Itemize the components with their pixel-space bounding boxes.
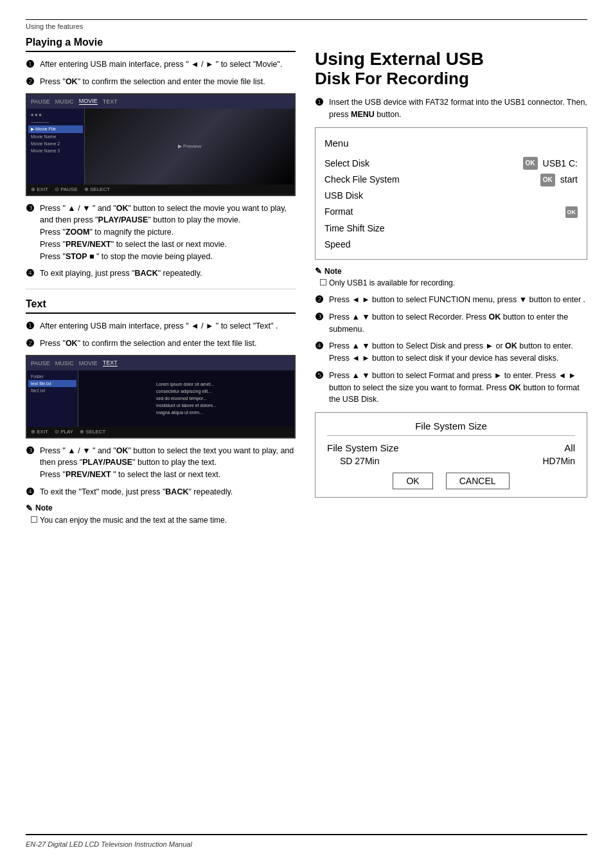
screenshot-main-area: ▶ Preview [85, 109, 294, 185]
usb-note-checkbox-1 [320, 279, 326, 285]
text-note-title: ✎ Note [26, 503, 296, 513]
step-usb-1-num: ❶ [315, 96, 325, 108]
step-t-3-text: Press " ▲ / ▼ " and "OK" button to selec… [40, 445, 296, 481]
step-t-2: ❷ Press "OK" to confirm the selection an… [26, 338, 296, 350]
step-t-3: ❸ Press " ▲ / ▼ " and "OK" button to sel… [26, 445, 296, 481]
text-sidebar-3: file2.txt [28, 387, 76, 394]
step-t-4-text: To exit the "Text" mode, just press "BAC… [40, 486, 233, 498]
file-system-row-1: File System Size All [327, 442, 575, 453]
step-pm-2-text: Press "OK" to confirm the selection and … [40, 76, 265, 88]
step-t-2-text: Press "OK" to confirm the selection and … [40, 338, 257, 350]
step-pm-2-num: ❷ [26, 76, 36, 87]
movie-preview: ▶ Preview [85, 109, 294, 185]
step-usb-2: ❷ Press ◄ ► button to select FUNCTION me… [315, 294, 587, 306]
file-system-row-2-label: SD 27Min [340, 456, 379, 466]
footer-text: EN-27 Digital LED LCD Television Instruc… [26, 840, 192, 848]
movie-screenshot: PAUSE MUSIC MOVIE TEXT ■ ■ ■ ———— ▶ Movi… [26, 93, 296, 196]
tab-pause: PAUSE [31, 98, 50, 105]
screenshot-top-bar: PAUSE MUSIC MOVIE TEXT [27, 95, 294, 109]
divider-1 [26, 289, 296, 289]
file-system-row-1-label: File System Size [327, 442, 399, 453]
usb-note-label: Note [324, 267, 342, 276]
file-system-box: File System Size File System Size All SD… [315, 412, 587, 498]
menu-label-select-disk: Select Disk [324, 156, 369, 172]
file-system-row-2: SD 27Min HD7Min [327, 456, 575, 466]
menu-label-usb-disk: USB Disk [324, 188, 363, 204]
menu-row-usb-disk: USB Disk [324, 188, 578, 204]
usb-note-section: ✎ Note Only USB1 is available for record… [315, 266, 587, 289]
menu-right-select-disk: OK USB1 C: [523, 156, 578, 172]
file-system-title: File System Size [327, 420, 575, 436]
screenshot-bottom-bar: ⊕ EXIT ⊙ PAUSE ⊕ SELECT [27, 185, 294, 195]
menu-box: Menu Select Disk OK USB1 C: Check File S… [315, 127, 587, 260]
step-t-2-num: ❷ [26, 338, 36, 349]
ok-button[interactable]: OK [393, 473, 432, 489]
cancel-button[interactable]: CANCEL [446, 473, 510, 489]
text-sidebar: Folder text file.txt file2.txt [27, 370, 78, 427]
text-tab-text: TEXT [103, 359, 118, 366]
step-usb-5: ❺ Press ▲ ▼ button to select Format and … [315, 370, 587, 406]
menu-value-check-file: start [560, 172, 578, 188]
text-sidebar-1: Folder [28, 373, 76, 380]
step-usb-3-num: ❸ [315, 311, 325, 323]
note-checkbox-1 [31, 516, 37, 523]
playing-movie-title: Playing a Movie [26, 37, 296, 52]
step-pm-3-num: ❸ [26, 203, 36, 214]
step-usb-1: ❶ Insert the USB device with FAT32 forma… [315, 96, 587, 121]
usb-note-title: ✎ Note [315, 266, 587, 276]
file-system-row-1-value: All [564, 442, 575, 453]
text-main-area: Lorem ipsum dolor sit amet... consectetu… [78, 370, 294, 427]
step-pm-4-text: To exit playing, just press "BACK" repea… [40, 267, 202, 280]
text-btn-select: ⊕ SELECT [80, 429, 105, 435]
text-screenshot-content: Folder text file.txt file2.txt Lorem ips… [27, 370, 294, 427]
text-btn-exit: ⊕ EXIT [31, 429, 48, 435]
step-usb-5-num: ❺ [315, 370, 325, 381]
screenshot-sidebar: ■ ■ ■ ———— ▶ Movie File Movie Name Movie… [27, 109, 85, 185]
menu-right-format: OK [565, 206, 578, 218]
sidebar-item-5: Movie Name 2 [28, 140, 83, 147]
text-tab-movie: MOVIE [79, 360, 98, 366]
text-preview-content: Lorem ipsum dolor sit amet... consectetu… [156, 381, 217, 417]
step-t-4: ❹ To exit the "Text" mode, just press "B… [26, 486, 296, 498]
step-t-4-num: ❹ [26, 486, 36, 498]
tab-music: MUSIC [55, 98, 74, 105]
file-system-row-2-value: HD7Min [542, 456, 575, 466]
pencil-icon: ✎ [26, 503, 33, 513]
step-pm-3: ❸ Press " ▲ / ▼ " and "OK" button to sel… [26, 203, 296, 263]
text-tab-pause: PAUSE [31, 360, 50, 366]
menu-box-title: Menu [324, 134, 578, 152]
page: Using the features Playing a Movie ❶ Aft… [0, 0, 613, 868]
file-system-buttons: OK CANCEL [327, 473, 575, 489]
menu-row-select-disk: Select Disk OK USB1 C: [324, 156, 578, 172]
text-screenshot-top-bar: PAUSE MUSIC MOVIE TEXT [27, 356, 294, 370]
step-t-1-num: ❶ [26, 320, 36, 332]
step-t-3-num: ❸ [26, 445, 36, 457]
step-t-1-text: After entering USB main interface, press… [40, 320, 278, 332]
step-pm-1-text: After entering USB main interface, press… [40, 59, 282, 71]
sidebar-item-3-active: ▶ Movie File [28, 125, 83, 133]
text-sidebar-2-active: text file.txt [28, 380, 76, 387]
text-screenshot-bottom-bar: ⊕ EXIT ⊙ PLAY ⊕ SELECT [27, 427, 294, 437]
step-usb-4: ❹ Press ▲ ▼ button to Select Disk and pr… [315, 340, 587, 365]
ok-badge-format: OK [565, 206, 578, 218]
step-usb-4-num: ❹ [315, 340, 325, 352]
menu-row-check-file: Check File System OK start [324, 172, 578, 188]
menu-row-format: Format OK [324, 204, 578, 220]
step-usb-3-text: Press ▲ ▼ button to select Recorder. Pre… [329, 311, 587, 336]
btn-exit: ⊕ EXIT [31, 186, 48, 192]
step-usb-5-text: Press ▲ ▼ button to select Format and pr… [329, 370, 587, 406]
right-column: Using External USB Disk For Recording ❶ … [315, 37, 587, 834]
menu-row-speed: Speed [324, 237, 578, 253]
menu-label-format: Format [324, 204, 353, 220]
ok-badge-select-disk: OK [523, 157, 538, 170]
ok-badge-check-file: OK [540, 174, 555, 186]
step-usb-4-text: Press ▲ ▼ button to Select Disk and pres… [329, 340, 587, 365]
text-note-label: Note [35, 503, 53, 512]
step-usb-1-text: Insert the USB device with FAT32 format … [329, 96, 587, 121]
step-pm-4-num: ❹ [26, 267, 36, 279]
btn-select: ⊕ SELECT [84, 186, 110, 192]
step-usb-3: ❸ Press ▲ ▼ button to select Recorder. P… [315, 311, 587, 336]
top-rule [26, 19, 587, 20]
tab-movie: MOVIE [79, 98, 98, 105]
btn-ok: ⊙ PAUSE [55, 186, 78, 192]
